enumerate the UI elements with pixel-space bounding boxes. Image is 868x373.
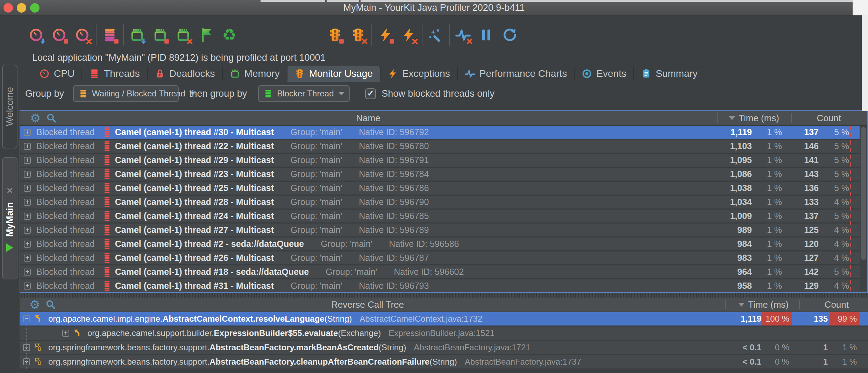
expand-icon[interactable]: + bbox=[24, 283, 31, 290]
show-blocked-checkbox[interactable]: ✓ bbox=[365, 88, 376, 99]
tab-label: Events bbox=[596, 68, 626, 79]
time-column-label: Time (ms) bbox=[739, 113, 779, 124]
time-value: 1,103 bbox=[730, 141, 752, 151]
trigger-flag-button[interactable] bbox=[197, 25, 215, 44]
memory-recording-start-button[interactable] bbox=[128, 25, 146, 44]
exception-clear-button[interactable] bbox=[399, 25, 418, 44]
memory-clear-button[interactable] bbox=[174, 25, 192, 44]
thread-group: Group: 'main' bbox=[321, 239, 372, 249]
cpu-profiling-start-button[interactable] bbox=[27, 25, 45, 44]
scrollbar-thumb[interactable] bbox=[861, 127, 866, 260]
column-header-time[interactable]: Time (ms) bbox=[729, 113, 779, 124]
time-value: 958 bbox=[737, 281, 752, 291]
memory-recording-stop-button[interactable] bbox=[151, 25, 169, 44]
group-by-dropdown[interactable]: Waiting / Blocked Thread bbox=[73, 85, 179, 102]
thread-native-id: Native ID: 596780 bbox=[359, 141, 429, 151]
time-value: 989 bbox=[737, 225, 752, 235]
tab-deadlocks[interactable]: Deadlocks bbox=[148, 66, 222, 82]
thread-row[interactable]: +Blocked threadCamel (camel-1) thread #2… bbox=[20, 154, 867, 167]
thread-telemetry-stop-button[interactable] bbox=[101, 25, 119, 44]
blocked-thread-label: Blocked thread bbox=[36, 267, 95, 277]
tab-memory[interactable]: Memory bbox=[223, 66, 287, 82]
column-header-name[interactable]: Name bbox=[20, 113, 716, 124]
thread-row[interactable]: +Blocked threadCamel (camel-1) thread #1… bbox=[20, 265, 867, 278]
thread-icon bbox=[104, 239, 110, 250]
cpu-clear-button[interactable] bbox=[73, 25, 92, 44]
expand-icon[interactable]: + bbox=[24, 241, 31, 248]
call-tree-row[interactable]: −org.apache.camel.impl.engine.AbstractCa… bbox=[20, 312, 868, 326]
then-group-by-dropdown[interactable]: Blocker Thread bbox=[258, 85, 350, 102]
tab-events[interactable]: Events bbox=[575, 66, 633, 82]
expand-icon[interactable]: + bbox=[23, 344, 30, 351]
expand-icon[interactable]: + bbox=[24, 157, 31, 164]
vertical-scrollbar[interactable] bbox=[860, 126, 867, 291]
call-tree-row[interactable]: +org.springframework.beans.factory.suppo… bbox=[20, 341, 868, 354]
pause-button[interactable] bbox=[477, 25, 495, 44]
call-tree-title[interactable]: Reverse Call Tree bbox=[20, 299, 716, 310]
thread-row[interactable]: +Blocked threadCamel (camel-1) thread #2… bbox=[20, 251, 867, 264]
thread-row[interactable]: +Blocked threadCamel (camel-1) thread #2… bbox=[20, 182, 867, 195]
call-tree-row[interactable]: +org.springframework.beans.factory.suppo… bbox=[20, 355, 868, 368]
thread-row[interactable]: +Blocked threadCamel (camel-1) thread #2… bbox=[20, 210, 867, 222]
column-divider[interactable] bbox=[791, 113, 792, 123]
collapse-icon[interactable]: − bbox=[23, 315, 30, 322]
expand-icon[interactable]: + bbox=[24, 269, 31, 276]
thread-row[interactable]: +Blocked threadCamel (camel-1) thread #2… bbox=[20, 168, 867, 181]
expand-icon[interactable]: + bbox=[23, 358, 30, 365]
telemetry-clear-button[interactable] bbox=[454, 25, 472, 44]
toolbar-separator bbox=[371, 24, 372, 46]
thread-row[interactable]: +Blocked threadCamel (camel-1) thread #3… bbox=[20, 126, 867, 139]
expand-icon[interactable]: + bbox=[24, 129, 31, 136]
tab-monitor-usage[interactable]: Monitor Usage bbox=[287, 66, 380, 82]
time-value: 983 bbox=[737, 253, 752, 263]
close-icon[interactable]: × bbox=[7, 185, 13, 196]
column-divider[interactable] bbox=[799, 300, 800, 309]
expand-icon[interactable]: + bbox=[62, 330, 69, 337]
show-blocked-label[interactable]: Show blocked threads only bbox=[382, 88, 495, 99]
exception-profiling-stop-button[interactable] bbox=[376, 25, 394, 44]
column-header-time[interactable]: Time (ms) bbox=[738, 299, 789, 310]
sidebar-tab-mymain[interactable]: × MyMain bbox=[2, 157, 17, 279]
cpu-profiling-stop-button[interactable] bbox=[50, 25, 69, 44]
monitor-profiling-stop-button[interactable] bbox=[326, 25, 344, 44]
thread-row[interactable]: +Blocked threadCamel (camel-1) thread #2… bbox=[20, 140, 867, 153]
play-icon bbox=[6, 243, 13, 252]
thread-row[interactable]: +Blocked threadCamel (camel-1) thread #3… bbox=[20, 279, 867, 292]
call-tree-row[interactable]: +org.apache.camel.support.builder.Expres… bbox=[20, 327, 868, 340]
inspections-button[interactable] bbox=[427, 25, 445, 44]
sidebar-tab-welcome[interactable]: Welcome bbox=[2, 65, 17, 148]
thread-icon bbox=[104, 211, 110, 222]
thread-icon bbox=[104, 155, 110, 166]
expand-icon[interactable]: + bbox=[24, 255, 31, 262]
tab-exceptions[interactable]: Exceptions bbox=[380, 66, 457, 82]
monitor-clear-button[interactable] bbox=[349, 25, 367, 44]
expand-icon[interactable]: + bbox=[24, 185, 31, 192]
expand-icon[interactable]: + bbox=[24, 213, 31, 220]
tab-performance-charts[interactable]: Performance Charts bbox=[458, 66, 574, 82]
thread-row[interactable]: +Blocked threadCamel (camel-1) thread #2… bbox=[20, 237, 867, 250]
column-header-count[interactable]: Count bbox=[825, 299, 849, 310]
view-tabs: CPUThreadsDeadlocksMemoryMonitor UsageEx… bbox=[32, 66, 705, 82]
panel-splitter[interactable] bbox=[20, 293, 868, 298]
expand-icon[interactable]: + bbox=[24, 143, 31, 150]
refresh-button[interactable] bbox=[500, 25, 518, 44]
status-line: Local application "MyMain" (PID 89212) i… bbox=[32, 52, 326, 63]
thread-name: Camel (camel-1) thread #25 - Multicast bbox=[115, 183, 274, 193]
tab-summary[interactable]: Summary bbox=[634, 66, 705, 82]
expand-icon[interactable]: + bbox=[24, 171, 31, 178]
blocked-thread-label: Blocked thread bbox=[36, 281, 95, 291]
thread-name: Camel (camel-1) thread #24 - Multicast bbox=[115, 211, 274, 221]
column-divider[interactable] bbox=[725, 300, 726, 309]
thread-row[interactable]: +Blocked threadCamel (camel-1) thread #2… bbox=[20, 196, 867, 209]
expand-icon[interactable]: + bbox=[24, 199, 31, 206]
time-value: 984 bbox=[737, 239, 752, 249]
thread-row[interactable]: +Blocked threadCamel (camel-1) thread #2… bbox=[20, 224, 867, 236]
column-header-count[interactable]: Count bbox=[817, 113, 841, 124]
column-divider[interactable] bbox=[717, 113, 718, 123]
tab-threads[interactable]: Threads bbox=[82, 66, 147, 82]
expand-icon[interactable]: + bbox=[24, 227, 31, 234]
force-gc-button[interactable]: ♻ bbox=[220, 25, 239, 44]
thread-group: Group: 'main' bbox=[291, 281, 342, 291]
tab-cpu[interactable]: CPU bbox=[32, 66, 81, 82]
group-by-label: Group by bbox=[25, 88, 64, 99]
